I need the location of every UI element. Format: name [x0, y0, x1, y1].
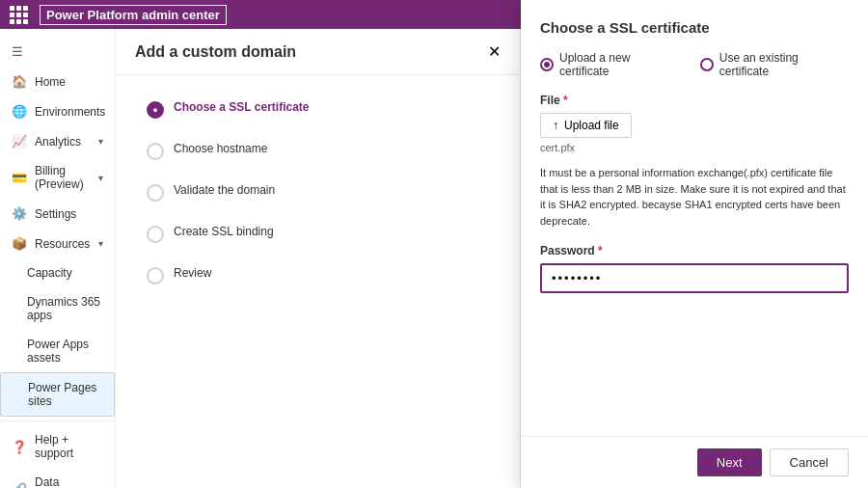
ssl-certificate-panel: Choose a SSL certificate Upload a new ce… [521, 0, 868, 488]
step-label-5: Review [174, 266, 211, 282]
hamburger-icon: ☰ [12, 44, 23, 59]
cert-info-text: It must be a personal information exchan… [540, 165, 849, 229]
sidebar-label-powerpages: Power Pages sites [28, 381, 102, 408]
sidebar-label-data-integration: Data integration [35, 475, 103, 488]
sidebar-item-home[interactable]: 🏠 Home [0, 67, 115, 96]
help-icon: ❓ [12, 440, 27, 454]
upload-icon: ↑ [553, 119, 558, 132]
wizard-step-5: Review [135, 257, 501, 294]
step-label-3: Validate the domain [174, 183, 275, 199]
password-field-label: Password * [540, 244, 849, 258]
req-star: * [563, 94, 568, 107]
resources-icon: 📦 [12, 236, 27, 251]
sidebar-item-capacity[interactable]: Capacity [0, 258, 115, 287]
sidebar-label-settings: Settings [35, 207, 103, 221]
add-domain-title: Add a custom domain [135, 43, 296, 61]
sidebar-item-settings[interactable]: ⚙️ Settings [0, 199, 115, 229]
sidebar-item-powerpages[interactable]: Power Pages sites [0, 372, 115, 417]
sidebar-item-billing[interactable]: 💳 Billing (Preview) ▾ [0, 156, 115, 199]
sidebar-menu-toggle[interactable]: ☰ [0, 37, 115, 67]
step-circle-3 [147, 184, 164, 202]
add-domain-close-button[interactable]: ✕ [488, 42, 501, 61]
radio-dot-existing [700, 58, 714, 71]
step-label-1: Choose a SSL certificate [174, 100, 310, 116]
ssl-cert-content: Choose a SSL certificate Upload a new ce… [521, 0, 868, 436]
cancel-button[interactable]: Cancel [770, 448, 849, 476]
use-existing-radio[interactable]: Use an existing certificate [700, 51, 849, 78]
step-circle-1: ● [147, 101, 164, 119]
upload-file-button[interactable]: ↑ Upload file [540, 113, 632, 138]
add-custom-domain-panel: Add a custom domain ✕ ● Choose a SSL cer… [116, 29, 521, 488]
radio-group: Upload a new certificate Use an existing… [540, 51, 849, 78]
step-circle-4 [147, 226, 164, 243]
wizard-step-2: Choose hostname [135, 132, 501, 170]
step-label-4: Create SSL binding [174, 225, 274, 240]
data-integration-icon: 🔗 [12, 482, 27, 489]
upload-btn-label: Upload file [564, 119, 619, 132]
file-field-label: File * [540, 94, 849, 107]
chevron-down-icon: ▾ [98, 136, 103, 147]
wizard-step-3: Validate the domain [135, 174, 501, 211]
sidebar-label-resources: Resources [35, 237, 91, 251]
step-circle-2 [147, 143, 164, 160]
sidebar-label-capacity: Capacity [27, 266, 103, 280]
grid-icon[interactable] [10, 6, 28, 24]
home-icon: 🏠 [12, 74, 27, 89]
app-title: Power Platform admin center [40, 5, 227, 25]
next-button[interactable]: Next [697, 448, 762, 476]
upload-new-label: Upload a new certificate [559, 51, 681, 78]
password-req-star: * [598, 244, 603, 258]
sidebar-label-help: Help + support [35, 433, 103, 460]
upload-new-radio[interactable]: Upload a new certificate [540, 51, 681, 78]
panel-footer: Next Cancel [521, 436, 868, 488]
sidebar-label-analytics: Analytics [35, 135, 91, 149]
wizard-steps-container: ● Choose a SSL certificate Choose hostna… [116, 75, 520, 488]
sidebar-item-data-integration[interactable]: 🔗 Data integration [0, 468, 115, 488]
password-input[interactable] [540, 263, 849, 293]
environments-icon: 🌐 [12, 104, 27, 119]
settings-icon: ⚙️ [12, 206, 27, 221]
wizard-step-1: ● Choose a SSL certificate [135, 91, 501, 128]
sidebar-item-resources[interactable]: 📦 Resources ▾ [0, 229, 115, 258]
analytics-icon: 📈 [12, 134, 27, 149]
step-circle-5 [147, 267, 164, 285]
step-label-2: Choose hostname [174, 142, 267, 157]
sidebar-label-powerapps-assets: Power Apps assets [27, 338, 103, 365]
sidebar-label-billing: Billing (Preview) [35, 164, 91, 191]
wizard-steps-list: ● Choose a SSL certificate Choose hostna… [135, 91, 501, 294]
sidebar-item-dynamics365[interactable]: Dynamics 365 apps [0, 287, 115, 330]
chevron-down-icon: ▾ [98, 238, 103, 249]
sidebar-item-powerapps-assets[interactable]: Power Apps assets [0, 330, 115, 372]
radio-dot-upload [540, 58, 554, 71]
sidebar-item-help[interactable]: ❓ Help + support [0, 425, 115, 468]
file-hint: cert.pfx [540, 142, 849, 153]
sidebar-item-environments[interactable]: 🌐 Environments [0, 96, 115, 126]
sidebar-label-environments: Environments [35, 105, 105, 119]
sidebar-label-dynamics365: Dynamics 365 apps [27, 295, 103, 322]
wizard-step-4: Create SSL binding [135, 215, 501, 253]
billing-icon: 💳 [12, 171, 27, 185]
use-existing-label: Use an existing certificate [719, 51, 849, 78]
ssl-cert-title: Choose a SSL certificate [540, 19, 849, 36]
sidebar: ☰ 🏠 Home 🌐 Environments 📈 Analytics ▾ 💳 … [0, 29, 116, 488]
chevron-down-icon: ▾ [98, 173, 103, 183]
add-domain-header: Add a custom domain ✕ [116, 29, 520, 75]
sidebar-label-home: Home [35, 75, 103, 89]
sidebar-item-analytics[interactable]: 📈 Analytics ▾ [0, 126, 115, 156]
